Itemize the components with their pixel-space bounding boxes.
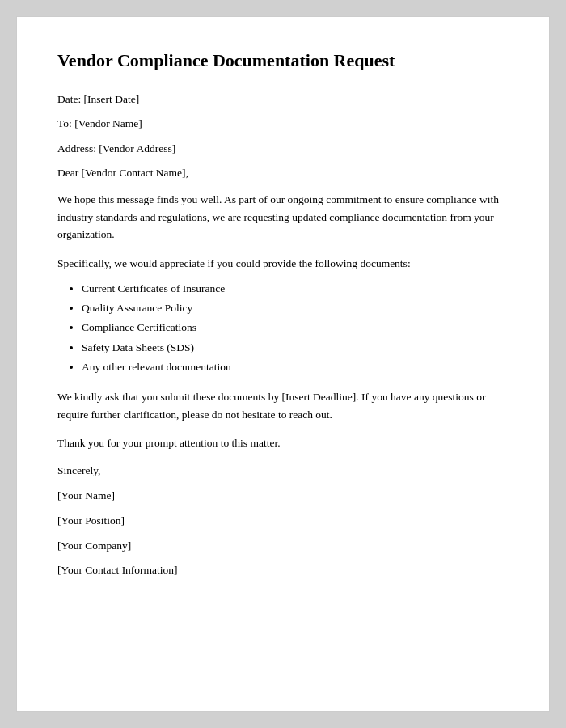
document-list: Current Certificates of Insurance Qualit… [82,279,509,377]
list-item: Any other relevant documentation [82,358,509,377]
signer-company: [Your Company] [57,539,509,554]
thank-you-paragraph: Thank you for your prompt attention to t… [57,434,509,452]
intro-paragraph: We hope this message finds you well. As … [57,191,509,243]
date-field: Date: [Insert Date] [57,92,509,108]
list-item: Compliance Certifications [82,318,509,337]
signature-block: Sincerely, [Your Name] [Your Position] [… [57,463,509,578]
signer-name: [Your Name] [57,489,509,504]
address-field: Address: [Vendor Address] [57,142,509,157]
deadline-paragraph: We kindly ask that you submit these docu… [57,388,509,423]
list-item: Current Certificates of Insurance [82,279,509,298]
list-item: Quality Assurance Policy [82,298,509,318]
document-title: Vendor Compliance Documentation Request [57,49,509,73]
list-item: Safety Data Sheets (SDS) [82,338,509,358]
document-container: Vendor Compliance Documentation Request … [16,16,550,712]
signer-position: [Your Position] [57,514,509,529]
signer-contact: [Your Contact Information] [57,563,509,578]
list-intro-text: Specifically, we would appreciate if you… [57,255,509,273]
closing-text: Sincerely, [57,463,509,479]
greeting-text: Dear [Vendor Contact Name], [57,167,509,180]
to-field: To: [Vendor Name] [57,116,509,132]
